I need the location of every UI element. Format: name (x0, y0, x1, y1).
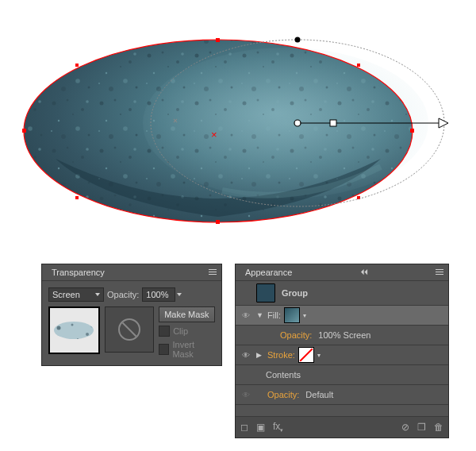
transparency-tab[interactable]: Transparency (45, 264, 111, 280)
handle-bl[interactable] (75, 196, 79, 199)
disclosure-right-icon[interactable]: ▶ (256, 351, 264, 359)
default-opacity-label: Opacity: (267, 390, 299, 399)
fill-swatch-menu-icon[interactable]: ▾ (303, 312, 306, 319)
svg-rect-17 (436, 274, 443, 275)
eye-icon[interactable]: 👁 (242, 351, 250, 360)
svg-rect-12 (209, 274, 217, 275)
gradient-end-handle[interactable] (439, 118, 448, 128)
panel-menu-icon[interactable] (434, 267, 445, 278)
eye-icon-dim[interactable]: 👁 (242, 391, 250, 399)
gradient-stop[interactable] (330, 120, 336, 126)
invert-mask-label: Invert Mask (172, 340, 215, 359)
svg-rect-15 (436, 269, 443, 270)
mask-target-thumb[interactable] (105, 306, 155, 353)
appearance-footer: ◻ ▣ fx▾ ⊘ ❐ 🗑 (236, 416, 448, 438)
canvas-area[interactable]: × (0, 0, 476, 254)
svg-point-14 (54, 322, 94, 339)
fill-swatch[interactable] (284, 307, 300, 323)
eye-icon[interactable]: 👁 (242, 311, 250, 320)
panel-menu-icon[interactable] (207, 267, 218, 278)
svg-rect-16 (436, 272, 443, 272)
handle-tr[interactable] (357, 64, 360, 67)
stroke-swatch-menu-icon[interactable]: ▾ (317, 352, 321, 359)
disclosure-down-icon[interactable]: ▼ (256, 311, 264, 319)
appearance-list: Group 👁 ▼ Fill: ▾ Opacity: 100% Screen 👁… (236, 281, 448, 416)
fill-opacity-value: 100% Screen (318, 330, 370, 340)
handle-tl[interactable] (75, 64, 79, 67)
invert-mask-checkbox (159, 344, 169, 355)
opacity-stepper-icon[interactable] (177, 293, 182, 296)
svg-rect-11 (209, 272, 217, 272)
group-thumbnail (256, 283, 275, 303)
anchor-left[interactable] (22, 129, 26, 133)
stroke-swatch-none[interactable] (298, 347, 314, 363)
appearance-panel: Appearance Group 👁 ▼ Fill: ▾ Opacity: 10… (235, 264, 449, 438)
blend-mode-value: Screen (52, 290, 80, 299)
fill-opacity-label: Opacity: (280, 330, 312, 340)
transparency-panel: Transparency Screen Opacity: 100% Make M… (41, 264, 222, 366)
anchor-bottom[interactable] (216, 220, 220, 224)
default-opacity-value: Default (305, 390, 333, 399)
svg-rect-10 (209, 269, 217, 270)
mask-source-thumb[interactable] (48, 306, 100, 354)
new-stroke-icon[interactable]: ◻ (240, 422, 248, 433)
fill-label: Fill: (267, 310, 281, 320)
panel-collapse-icon[interactable] (360, 267, 371, 278)
appearance-group-row[interactable]: Group (236, 281, 448, 306)
center-marker: × (211, 129, 217, 141)
group-label: Group (282, 288, 308, 298)
contents-label: Contents (266, 370, 301, 380)
clear-icon[interactable]: ⊘ (401, 422, 409, 433)
appearance-contents-row[interactable]: Contents (236, 365, 448, 385)
clip-checkbox (159, 326, 170, 337)
make-mask-button[interactable]: Make Mask (159, 306, 215, 322)
opacity-input[interactable]: 100% (142, 287, 175, 302)
clip-label: Clip (173, 326, 188, 336)
gradient-aspect-handle[interactable] (295, 37, 301, 43)
appearance-fill-row[interactable]: 👁 ▼ Fill: ▾ (236, 306, 448, 326)
blend-mode-dropdown[interactable]: Screen (48, 287, 104, 302)
panel-header: Transparency (42, 264, 221, 281)
transparency-body: Screen Opacity: 100% Make Mask Clip (42, 281, 221, 365)
new-fill-icon[interactable]: ▣ (256, 422, 265, 433)
chevron-down-icon (95, 293, 100, 296)
opacity-label: Opacity: (107, 290, 139, 299)
duplicate-icon[interactable]: ❐ (417, 422, 426, 433)
appearance-fill-opacity-row[interactable]: Opacity: 100% Screen (236, 326, 448, 345)
anchor-right[interactable] (410, 129, 414, 133)
stroke-label: Stroke: (267, 350, 295, 360)
panel-header: Appearance (236, 264, 448, 281)
appearance-opacity-row[interactable]: 👁 Opacity: Default (236, 385, 448, 404)
artwork-svg: × (0, 0, 476, 254)
anchor-top[interactable] (216, 38, 220, 42)
appearance-tab[interactable]: Appearance (239, 264, 298, 280)
trash-icon[interactable]: 🗑 (434, 422, 443, 433)
appearance-stroke-row[interactable]: 👁 ▶ Stroke: ▾ (236, 345, 448, 365)
gradient-origin[interactable] (294, 120, 301, 126)
prohibit-icon (118, 318, 140, 341)
effects-menu-icon[interactable]: fx▾ (273, 421, 283, 434)
